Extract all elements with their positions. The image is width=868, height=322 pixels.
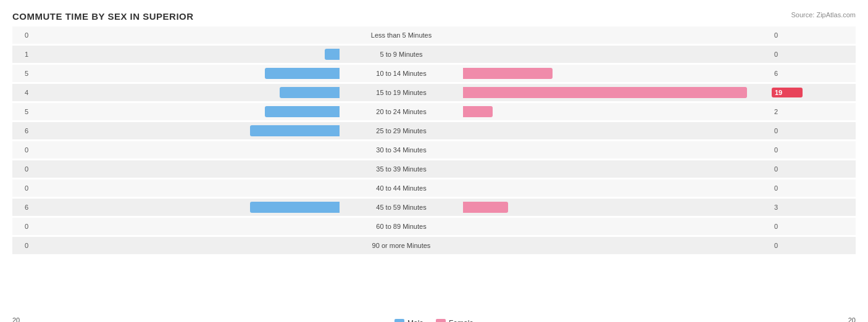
female-bar — [463, 87, 747, 98]
legend-female-label: Female — [449, 319, 474, 322]
male-bar-container — [31, 221, 340, 232]
female-value: 0 — [772, 31, 803, 39]
male-bar-container — [31, 202, 340, 213]
axis-labels: 20 Male Female 20 — [12, 316, 856, 322]
bars-wrapper: 0 Less than 5 Minutes 0 1 5 to 9 Minutes… — [12, 27, 856, 313]
row-label: 5 to 9 Minutes — [340, 51, 463, 58]
legend-male-box — [394, 319, 404, 322]
male-bar-container — [31, 240, 340, 251]
male-bar-container — [31, 68, 340, 79]
male-bar — [265, 106, 340, 117]
source-text: Source: ZipAtlas.com — [791, 11, 856, 19]
male-bar-container — [31, 125, 340, 136]
male-value: 4 — [12, 89, 31, 96]
female-bar — [463, 106, 493, 117]
female-bar-container — [463, 202, 772, 213]
male-value: 0 — [12, 31, 31, 39]
female-value: 0 — [772, 165, 803, 173]
male-value: 6 — [12, 204, 31, 211]
male-bar — [250, 202, 340, 213]
row-label: 25 to 29 Minutes — [340, 127, 463, 134]
female-bar — [463, 202, 508, 213]
female-bar-container — [463, 240, 772, 251]
legend-female-box — [436, 319, 446, 322]
female-value: 3 — [772, 204, 803, 211]
axis-left: 20 — [12, 316, 20, 322]
table-row: 0 40 to 44 Minutes 0 — [12, 180, 856, 197]
female-value: 19 — [772, 88, 803, 97]
table-row: 5 10 to 14 Minutes 6 — [12, 65, 856, 82]
legend: Male Female — [394, 319, 474, 322]
female-bar-container — [463, 106, 772, 117]
female-bar-container — [463, 144, 772, 155]
table-row: 6 25 to 29 Minutes 0 — [12, 122, 856, 139]
male-bar-container — [31, 30, 340, 41]
female-bar-container — [463, 221, 772, 232]
male-bar — [280, 87, 340, 98]
female-value: 0 — [772, 127, 803, 134]
male-value: 0 — [12, 184, 31, 192]
legend-female: Female — [436, 319, 474, 322]
row-label: 60 to 89 Minutes — [340, 223, 463, 230]
male-bar — [250, 125, 340, 136]
male-value: 0 — [12, 146, 31, 154]
male-bar-container — [31, 163, 340, 175]
female-value: 6 — [772, 70, 803, 77]
male-value: 0 — [12, 242, 31, 249]
chart-title: COMMUTE TIME BY SEX IN SUPERIOR — [12, 11, 856, 22]
chart-container: COMMUTE TIME BY SEX IN SUPERIOR Source: … — [0, 0, 868, 322]
male-bar — [265, 68, 340, 79]
male-bar-container — [31, 87, 340, 98]
male-value: 0 — [12, 223, 31, 230]
female-value: 2 — [772, 108, 803, 115]
legend-male: Male — [394, 319, 424, 322]
female-value: 0 — [772, 242, 803, 249]
table-row: 6 45 to 59 Minutes 3 — [12, 199, 856, 216]
table-row: 5 20 to 24 Minutes 2 — [12, 103, 856, 120]
row-label: Less than 5 Minutes — [340, 31, 463, 39]
row-label: 40 to 44 Minutes — [340, 184, 463, 192]
table-row: 0 Less than 5 Minutes 0 — [12, 27, 856, 44]
female-bar-container — [463, 125, 772, 136]
table-row: 0 90 or more Minutes 0 — [12, 237, 856, 254]
row-label: 20 to 24 Minutes — [340, 108, 463, 115]
row-label: 30 to 34 Minutes — [340, 146, 463, 154]
female-value: 0 — [772, 223, 803, 230]
row-label: 15 to 19 Minutes — [340, 89, 463, 96]
female-bar — [463, 68, 553, 79]
female-value: 0 — [772, 184, 803, 192]
male-value: 6 — [12, 127, 31, 134]
table-row: 0 60 to 89 Minutes 0 — [12, 218, 856, 235]
female-bar-container — [463, 49, 772, 60]
male-bar-container — [31, 183, 340, 194]
female-bar-container — [463, 87, 772, 98]
axis-right: 20 — [848, 316, 856, 322]
male-bar-container — [31, 106, 340, 117]
table-row: 1 5 to 9 Minutes 0 — [12, 46, 856, 63]
male-value: 1 — [12, 51, 31, 58]
female-bar-container — [463, 183, 772, 194]
male-bar — [325, 49, 340, 60]
male-value: 5 — [12, 70, 31, 77]
row-label: 35 to 39 Minutes — [340, 165, 463, 173]
male-bar-container — [31, 144, 340, 155]
table-row: 4 15 to 19 Minutes 19 — [12, 84, 856, 101]
female-value: 0 — [772, 51, 803, 58]
row-label: 10 to 14 Minutes — [340, 70, 463, 77]
row-label: 90 or more Minutes — [340, 242, 463, 249]
table-row: 0 30 to 34 Minutes 0 — [12, 141, 856, 159]
female-value: 0 — [772, 146, 803, 154]
legend-male-label: Male — [407, 319, 424, 322]
row-label: 45 to 59 Minutes — [340, 204, 463, 211]
table-row: 0 35 to 39 Minutes 0 — [12, 160, 856, 178]
male-value: 5 — [12, 108, 31, 115]
male-bar-container — [31, 49, 340, 60]
female-bar-container — [463, 68, 772, 79]
male-value: 0 — [12, 165, 31, 173]
female-bar-container — [463, 30, 772, 41]
female-bar-container — [463, 163, 772, 175]
